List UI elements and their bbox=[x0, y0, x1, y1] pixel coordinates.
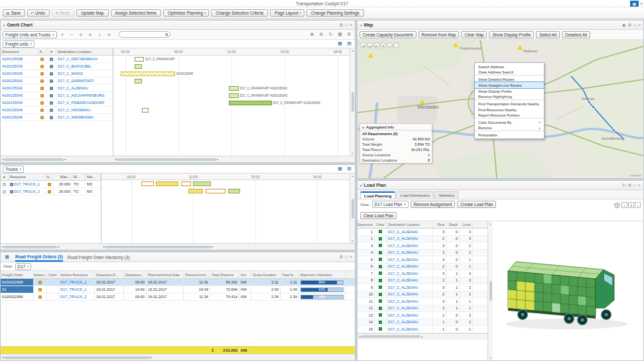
map-marker[interactable] bbox=[368, 53, 373, 58]
load-plan-3d-view[interactable] bbox=[493, 221, 643, 360]
gantt-mode-select[interactable]: Freight Units and Trucks▾ bbox=[3, 31, 57, 38]
gantt-row-type-select[interactable]: Freight units▾ bbox=[3, 40, 34, 48]
freight-unit-row[interactable]: 4100135346 D17_C_WIESBADEN bbox=[1, 114, 113, 121]
settings-icon[interactable]: ⚙ bbox=[627, 183, 631, 188]
shell-menu-icon[interactable]: ≡ bbox=[640, 1, 643, 6]
truck-gantt-bar[interactable] bbox=[141, 181, 154, 186]
context-menu-item[interactable]: Find Transportation Demands Nearby bbox=[475, 101, 544, 107]
close-icon[interactable]: × bbox=[638, 23, 641, 28]
context-menu-item[interactable]: Remove▸ bbox=[475, 125, 544, 131]
load-plan-row[interactable]: 3 D17_C_ALZENAU 3 0 2 bbox=[357, 242, 487, 250]
maximize-icon[interactable]: □ bbox=[345, 254, 348, 260]
indent-icon[interactable]: » bbox=[78, 31, 85, 38]
load-plan-row[interactable]: 15 D17_C_ALZENAU 1 0 1 bbox=[357, 326, 487, 333]
truck-row[interactable]: D17_TRUCK_2 26.000 TO M3 bbox=[1, 188, 101, 195]
pan-down-icon[interactable]: ▾ bbox=[380, 42, 386, 48]
settings-icon[interactable]: ⚙ bbox=[339, 23, 343, 28]
context-menu-item[interactable]: Remove Highlighting bbox=[475, 94, 544, 100]
gantt-bar[interactable]: D17_C_FRANKFURT 4100135344 bbox=[229, 101, 271, 105]
context-menu-item[interactable]: Clear Address Search bbox=[475, 70, 544, 76]
toolbar-button[interactable]: Change Selection Criteria bbox=[211, 9, 268, 17]
freight-unit-row[interactable]: 4100135340 D17_C_MAINZ bbox=[1, 70, 113, 77]
gantt-settings-icon[interactable]: ⚙ bbox=[346, 31, 353, 38]
gantt-bar[interactable] bbox=[142, 108, 149, 113]
column-departure-date[interactable]: Departure D... bbox=[95, 271, 124, 278]
column-destination[interactable]: Destination Location bbox=[56, 48, 113, 55]
table-view-icon[interactable]: ▦ bbox=[336, 40, 344, 48]
load-plan-row[interactable]: 7 D17_C_ALZENAU 3 1 3 bbox=[357, 270, 487, 278]
column-advance[interactable]: A... bbox=[46, 174, 54, 180]
column-icon[interactable]: ▾ bbox=[47, 48, 56, 55]
locate-icon[interactable]: ◉ bbox=[622, 23, 626, 28]
zoom-in-icon[interactable]: ⊕ bbox=[308, 31, 316, 38]
orders-view-select[interactable]: D17▾ bbox=[15, 263, 32, 270]
column-freight-order[interactable]: Freight Order bbox=[1, 271, 34, 278]
chart-view-icon[interactable]: ▤ bbox=[346, 166, 353, 173]
order-row[interactable]: 51 D17_TRUCK_1 16.01.2017 14:00 16.01.20… bbox=[1, 286, 355, 293]
sort-icon[interactable]: ↕ bbox=[96, 31, 103, 38]
column-planned-arrival[interactable]: Planned Arriv... bbox=[184, 271, 210, 278]
map-tool-button[interactable]: Select All bbox=[536, 31, 560, 38]
map-marker[interactable] bbox=[592, 105, 595, 109]
load-plan-row[interactable]: 13 D17_C_ALZENAU 1 0 3 bbox=[357, 312, 487, 319]
chart-view-icon[interactable]: ▤ bbox=[346, 40, 353, 48]
gantt-bar[interactable] bbox=[135, 79, 142, 83]
column-color[interactable]: Color bbox=[47, 271, 59, 278]
trucks-vertical-scrollbar[interactable]: ▴▾ bbox=[350, 174, 355, 243]
toolbar-button[interactable]: Update Map bbox=[76, 9, 108, 17]
order-row[interactable]: 6100022986 D17_TRUCK_2 16.01.2017 09:00 … bbox=[1, 293, 355, 301]
close-icon[interactable]: × bbox=[350, 23, 352, 28]
trucks-horizontal-scrollbars[interactable]: ◂▸ ◂▸ bbox=[1, 243, 355, 250]
refresh-icon[interactable]: ↻ bbox=[622, 183, 625, 188]
context-menu-item[interactable]: Show Display Profile bbox=[475, 88, 544, 94]
column-vehicle-resource[interactable]: Vehicle Resource bbox=[59, 271, 95, 278]
order-row[interactable]: 6100022998 D17_TRUCK_1 16.01.2017 09:20 … bbox=[1, 279, 355, 286]
gantt-bar[interactable]: 4100135340 bbox=[121, 72, 175, 76]
pan-up-icon[interactable]: ▴ bbox=[367, 42, 373, 48]
column-total-distance[interactable]: Total Distance bbox=[210, 271, 239, 278]
map-tool-button[interactable]: Deselect All bbox=[562, 31, 590, 38]
column-destination-location[interactable]: Destination Location bbox=[387, 221, 433, 228]
settings-icon[interactable]: ⚙ bbox=[339, 254, 343, 260]
close-icon[interactable]: × bbox=[638, 183, 641, 188]
legend-icon[interactable]: ▦ bbox=[336, 31, 344, 38]
toolbar-button[interactable]: Page Layout▾ bbox=[270, 9, 304, 17]
maximize-icon[interactable]: □ bbox=[633, 183, 636, 188]
context-menu-item[interactable]: Report Resource Position bbox=[475, 113, 544, 119]
column-advance[interactable]: A... bbox=[38, 48, 47, 55]
remove-assignment-button[interactable]: Remove Assignment bbox=[411, 201, 456, 208]
column-document[interactable]: Document bbox=[1, 48, 38, 55]
map-tool-button[interactable]: Clear Map bbox=[461, 31, 487, 38]
column-advanced[interactable]: Advanc... bbox=[34, 271, 47, 278]
filter-icon[interactable]: ≡ bbox=[1, 174, 9, 180]
zoom-in-icon[interactable]: + bbox=[387, 42, 393, 48]
load-plan-horizontal-scrollbar[interactable]: ◂▸ bbox=[357, 333, 487, 340]
list-icon[interactable]: ≡ bbox=[105, 31, 113, 38]
gantt-search-input[interactable] bbox=[119, 31, 170, 38]
toolbar-button[interactable]: ↷Redo bbox=[52, 9, 74, 17]
map-marker[interactable] bbox=[588, 101, 591, 104]
toolbar-button[interactable]: Change Planning Settings bbox=[306, 9, 364, 17]
column-max[interactable]: Max... bbox=[54, 174, 72, 180]
toolbar-button[interactable]: Optimizer Planning▾ bbox=[163, 9, 209, 17]
load-plan-view-select[interactable]: D17 Load Plan▾ bbox=[372, 201, 409, 208]
expand-icon[interactable]: + bbox=[59, 31, 66, 38]
load-plan-row[interactable]: 8 D17_C_ALZENAU 2 1 3 bbox=[357, 278, 487, 285]
column-ma[interactable]: Ma... bbox=[86, 174, 101, 180]
truck-row[interactable]: D17_TRUCK_1 26.000 TO M3 bbox=[1, 181, 101, 188]
gantt-bar[interactable]: D17_C_FRANKFURT 4100135342 bbox=[229, 86, 238, 91]
outdent-icon[interactable]: « bbox=[87, 31, 94, 38]
freight-unit-row[interactable]: 4100135342 D17_C_ALZENAU bbox=[1, 85, 113, 92]
gantt-timeline[interactable]: 06:0009:0012:0015:0018:00 D17_C_FRANKFUR… bbox=[113, 48, 350, 156]
gantt-bar[interactable] bbox=[135, 64, 142, 69]
shell-app-icon[interactable]: ▦ bbox=[630, 1, 639, 7]
toolbar-button[interactable]: ↶Undo bbox=[27, 9, 50, 17]
column-m[interactable]: M... bbox=[72, 174, 86, 180]
context-menu-item[interactable]: Search Address bbox=[475, 64, 544, 70]
select-icon[interactable] bbox=[3, 183, 6, 186]
trucks-timeline[interactable]: 09:0012:0015:0018:00 bbox=[101, 174, 350, 243]
close-icon[interactable]: × bbox=[350, 254, 352, 260]
toolbar-button[interactable]: ▤Save bbox=[3, 9, 25, 17]
trucks-select[interactable]: Trucks▾ bbox=[3, 166, 24, 173]
clear-load-plan-button[interactable]: Clear Load Plan bbox=[360, 212, 397, 219]
